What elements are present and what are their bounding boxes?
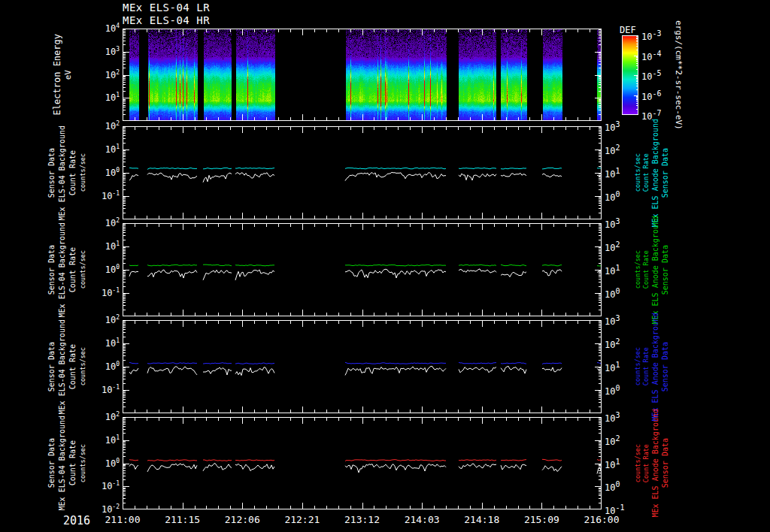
count-rate-panel-blue	[123, 320, 602, 413]
panel-left-title-line: Sensor Data	[47, 125, 56, 221]
x-axis-tick-label: 212:06	[218, 514, 266, 525]
panel-left-ytick-label: 10-1	[92, 190, 120, 201]
panel-left-ytick-label: 100	[92, 167, 120, 178]
panel-right-ytick-label: 101	[605, 458, 620, 470]
colorbar-title: DEF	[620, 25, 636, 35]
count-rate-panel-red	[123, 417, 602, 509]
panel-left-title-line: Count Rate	[68, 416, 77, 511]
panel-right-title-line: MEx ELS Anode Background	[650, 222, 659, 318]
x-axis-tick-label: 211:00	[99, 514, 147, 525]
panel-right-title-line: MEx ELS Anode Background	[650, 416, 659, 511]
panel-left-title-line: Count Rate	[68, 125, 77, 221]
panel-right-ytick-label: 102	[605, 434, 620, 447]
x-axis-tick-label: 214:18	[458, 514, 506, 525]
panel-right-title-line: Count Rate	[641, 222, 650, 318]
panel-right-title-line: Count Rate	[641, 319, 650, 415]
panel-right-ytick-label: 101	[605, 167, 620, 180]
panel-left-ytick-label: 101	[92, 144, 120, 155]
panel-right-ytick-label: 103	[605, 217, 620, 230]
colorbar-tick-label: 10-6	[641, 89, 662, 102]
panel-left-ytick-label: 10-1	[92, 384, 120, 395]
panel-right-ytick-label: 101	[605, 264, 620, 277]
spectrogram-ytick-label: 103	[92, 46, 120, 57]
panel-right-title-line: Sensor Data	[660, 222, 669, 318]
x-axis-tick-label: 216:00	[578, 514, 626, 525]
panel-right-ytick-label: 100	[605, 480, 620, 493]
panel-left-title-line: counts/sec	[77, 319, 87, 415]
panel-left-title-line: MEx ELS-04 Background	[57, 319, 67, 415]
panel-left-title-line: Sensor Data	[47, 319, 56, 415]
panel-left-ytick-label: 10-2	[92, 503, 120, 515]
count-rate-panel-cyan	[123, 126, 602, 219]
panel-left-title-line: Sensor Data	[47, 416, 56, 511]
panel-right-ytick-label: 103	[605, 120, 620, 133]
panel-left-ytick-label: 102	[92, 217, 120, 228]
x-axis-tick-label: 215:09	[517, 514, 565, 525]
panel-right-title-line: Sensor Data	[660, 125, 669, 221]
panel-right-title-line: Count Rate	[641, 125, 650, 221]
panel-left-ytick-label: 101	[92, 434, 120, 446]
panel-right-title-line: MEx ELS Anode Background	[650, 125, 659, 221]
count-rate-panel-green	[123, 223, 602, 316]
panel-right-title-line: Sensor Data	[660, 319, 669, 415]
panel-right-ytick-label: 100	[605, 287, 620, 300]
x-axis-tick-label: 213:12	[338, 514, 387, 525]
panel-right-title-line: Sensor Data	[660, 416, 669, 511]
plot-title-line2: MEx ELS-04 HR	[123, 14, 210, 26]
panel-left-title-line: Sensor Data	[47, 222, 56, 318]
panel-left-ytick-label: 102	[92, 120, 120, 131]
panel-left-title-line: MEx ELS-04 Background	[57, 222, 67, 318]
panel-left-ytick-label: 100	[92, 361, 120, 372]
panel-left-ytick-label: 102	[92, 314, 120, 325]
panel-left-ytick-label: 100	[92, 458, 120, 469]
panel-left-ytick-label: 102	[92, 411, 120, 422]
spectrogram-ylabel-unit: eV	[63, 29, 72, 121]
panel-right-ytick-label: 100	[605, 190, 620, 203]
panel-right-ytick-label: 101	[605, 361, 620, 373]
panel-left-title-line: counts/sec	[77, 125, 87, 221]
x-axis-year-label: 2016	[63, 514, 90, 527]
panel-right-title-line: MEx ELS Anode Background	[650, 319, 659, 415]
panel-right-ytick-label: 103	[605, 314, 620, 327]
panel-left-title-line: MEx ELS-04 Background	[57, 125, 67, 221]
x-axis-tick-label: 212:21	[278, 514, 326, 525]
x-axis-tick-label: 214:03	[398, 514, 446, 525]
panel-right-ytick-label: 102	[605, 144, 620, 156]
spectrogram-ytick-label: 101	[92, 92, 120, 103]
panel-left-title-line: counts/sec	[77, 222, 87, 318]
colorbar-tick-label: 10-5	[641, 69, 662, 82]
panel-left-ytick-label: 101	[92, 337, 120, 349]
plot-title-line1: MEx ELS-04 LR	[123, 2, 210, 14]
panel-right-ytick-label: 100	[605, 384, 620, 397]
colorbar-tick-label: 10-4	[641, 50, 662, 62]
panel-left-title-line: Count Rate	[68, 319, 77, 415]
panel-left-ytick-label: 10-1	[92, 480, 120, 491]
panel-left-title-line: Count Rate	[68, 222, 77, 318]
plot-root: MEx ELS-04 LR MEx ELS-04 HR Electron Ene…	[0, 0, 770, 532]
spectrogram-ytick-label: 104	[92, 23, 120, 34]
spectrogram-ytick-label: 102	[92, 69, 120, 80]
spectrogram-ylabel: Electron Energy	[51, 29, 63, 121]
electron-energy-spectrogram	[123, 29, 602, 121]
panel-right-ytick-label: 102	[605, 337, 620, 350]
panel-left-title-line: MEx ELS-04 Background	[57, 416, 67, 511]
panel-right-title-line: Count Rate	[641, 416, 650, 511]
colorbar-tick-label: 10-3	[641, 29, 662, 42]
panel-left-ytick-label: 10-1	[92, 287, 120, 298]
panel-left-title-line: counts/sec	[77, 416, 87, 511]
colorbar-unit-label: ergs/(cm**2-sr-sec-eV)	[673, 14, 684, 137]
panel-right-ytick-label: 103	[605, 411, 620, 424]
colorbar	[622, 35, 638, 115]
x-axis-tick-label: 211:15	[159, 514, 207, 525]
panel-right-ytick-label: 102	[605, 240, 620, 253]
panel-left-ytick-label: 101	[92, 240, 120, 252]
panel-left-ytick-label: 100	[92, 264, 120, 275]
